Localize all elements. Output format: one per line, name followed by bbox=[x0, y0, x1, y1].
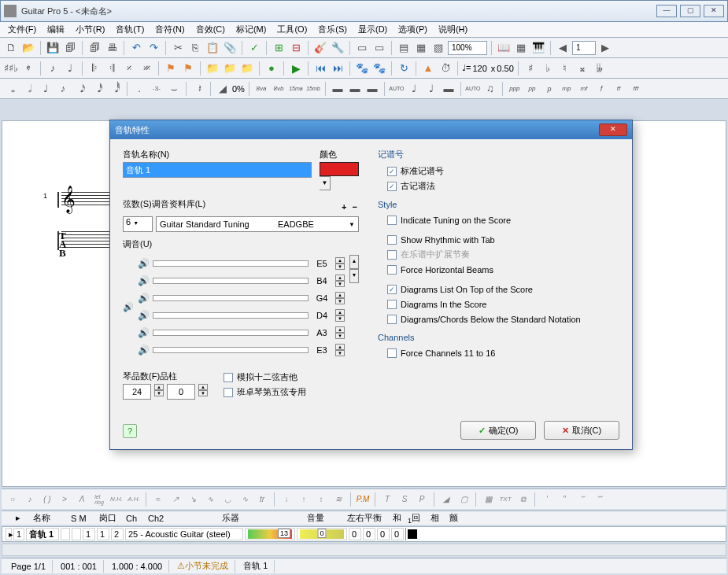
fx11-icon[interactable]: ∿ bbox=[237, 492, 253, 507]
paw1-icon[interactable]: 🐾 bbox=[354, 61, 370, 76]
note-spinner[interactable]: ▲▼ bbox=[335, 275, 345, 287]
p-icon[interactable]: p bbox=[541, 81, 557, 97]
tablature-checkbox[interactable]: ✓ bbox=[387, 182, 397, 191]
8va-icon[interactable]: 8va bbox=[253, 81, 269, 97]
string-slider[interactable] bbox=[153, 347, 309, 353]
paw2-icon[interactable]: 🐾 bbox=[371, 61, 387, 76]
fx10-icon[interactable]: ◡ bbox=[220, 492, 235, 507]
track-name-input[interactable] bbox=[123, 162, 312, 178]
diagrams-inscore-checkbox[interactable] bbox=[387, 300, 397, 309]
solo-cell[interactable] bbox=[61, 528, 70, 540]
standard-notation-checkbox[interactable]: ✓ bbox=[387, 167, 397, 176]
fx17-icon[interactable]: ◢ bbox=[438, 492, 454, 507]
pp-icon[interactable]: pp bbox=[524, 81, 540, 97]
sharp-flat-icon[interactable]: ♯♯♭ bbox=[3, 61, 19, 76]
flag2-icon[interactable]: ⚑ bbox=[180, 61, 196, 76]
fx1-icon[interactable]: ○ bbox=[5, 492, 20, 507]
fade-icon[interactable]: ◢ bbox=[215, 81, 231, 97]
force-horizontal-checkbox[interactable] bbox=[387, 265, 397, 275]
minimize-button[interactable]: — bbox=[656, 5, 677, 17]
stem1-icon[interactable]: ♩ bbox=[406, 81, 422, 97]
del-bar-icon[interactable]: ⊟ bbox=[288, 40, 304, 56]
track-name-cell[interactable]: 音轨 1 bbox=[26, 528, 59, 540]
note-spinner[interactable]: ▲▼ bbox=[335, 309, 345, 322]
quarter-note-icon[interactable]: ♩ bbox=[38, 81, 54, 97]
undo-icon[interactable]: ↶ bbox=[128, 40, 144, 56]
fx2-icon[interactable]: ♪ bbox=[22, 492, 38, 507]
note1-icon[interactable]: ♪ bbox=[45, 61, 61, 76]
mf-icon[interactable]: mf bbox=[576, 81, 592, 97]
txt-icon[interactable]: TXT bbox=[497, 492, 513, 507]
string-slider[interactable] bbox=[153, 330, 309, 336]
banjo-checkbox[interactable] bbox=[224, 388, 233, 397]
speaker-icon[interactable]: 🔊 bbox=[137, 345, 150, 356]
indicate-tuning-checkbox[interactable] bbox=[387, 216, 397, 225]
clip-icon[interactable]: 📎 bbox=[222, 40, 238, 56]
menu-track[interactable]: 音轨(T) bbox=[111, 22, 149, 37]
diagrams-top-checkbox[interactable]: ✓ bbox=[387, 285, 397, 294]
fff-icon[interactable]: fff bbox=[628, 81, 644, 97]
fx16-icon[interactable]: ≋ bbox=[331, 492, 346, 507]
half-note-icon[interactable]: 𝅗𝅥 bbox=[20, 81, 36, 97]
beam1-icon[interactable]: ▬ bbox=[330, 81, 346, 97]
t-icon[interactable]: T bbox=[379, 492, 395, 507]
track-row[interactable]: ▸ 1 音轨 1 1 1 2 25 - Acoustic Guitar (ste… bbox=[2, 526, 726, 542]
pha-cell[interactable]: 0 bbox=[377, 528, 390, 540]
timeline-marker[interactable] bbox=[408, 529, 417, 539]
fx15-icon[interactable]: ↕ bbox=[313, 492, 329, 507]
play-all-icon[interactable]: 🔊 bbox=[123, 302, 137, 312]
first-icon[interactable]: ⏮ bbox=[312, 61, 328, 76]
twelve-string-checkbox[interactable] bbox=[224, 373, 233, 382]
loop-icon[interactable]: ↻ bbox=[396, 61, 412, 76]
eighth-note-icon[interactable]: ♪ bbox=[55, 81, 71, 97]
repeat4-icon[interactable]: 𝄏 bbox=[139, 61, 154, 76]
whole-note-icon[interactable]: 𝅝 bbox=[3, 81, 19, 97]
menu-note[interactable]: 音符(N) bbox=[150, 22, 189, 37]
fx18-icon[interactable]: ▢ bbox=[456, 492, 471, 507]
cancel-button[interactable]: ✕取消(C) bbox=[544, 421, 619, 440]
sixteenth-note-icon[interactable]: 𝅘𝅥𝅯 bbox=[72, 81, 88, 97]
help-button[interactable]: ? bbox=[123, 424, 137, 438]
rev-cell[interactable]: 0 bbox=[349, 528, 361, 540]
repeat3-icon[interactable]: 𝄎 bbox=[121, 61, 137, 76]
countdown-icon[interactable]: ⏱ bbox=[438, 61, 453, 76]
auto1-icon[interactable]: AUTO bbox=[389, 81, 405, 97]
horizontal-scrollbar[interactable] bbox=[2, 544, 726, 556]
fx5-icon[interactable]: Λ bbox=[74, 492, 90, 507]
8vb-icon[interactable]: 8vb bbox=[271, 81, 286, 97]
p-icon[interactable]: P bbox=[414, 492, 430, 507]
acc4-icon[interactable]: 𝄪 bbox=[575, 61, 590, 76]
zoom-field[interactable] bbox=[448, 41, 487, 55]
print2-icon[interactable]: 🖶 bbox=[104, 40, 120, 56]
repeat1-icon[interactable]: 𝄆 bbox=[87, 61, 102, 76]
rec-icon[interactable]: ● bbox=[264, 61, 279, 76]
page-field[interactable] bbox=[572, 41, 596, 55]
tempo-value[interactable]: 120 bbox=[472, 64, 486, 73]
menu-music[interactable]: 音乐(S) bbox=[313, 22, 352, 37]
speaker-icon[interactable]: 🔊 bbox=[137, 275, 150, 286]
frets-spinner[interactable]: ▲▼ bbox=[154, 384, 164, 396]
fx19-icon[interactable]: ′ bbox=[539, 492, 555, 507]
f-icon[interactable]: f bbox=[593, 81, 609, 97]
beam2-icon[interactable]: ▬ bbox=[347, 81, 363, 97]
folder2-icon[interactable]: 📁 bbox=[222, 61, 238, 76]
show-rhythmic-checkbox[interactable] bbox=[387, 235, 397, 245]
menu-effect[interactable]: 音效(C) bbox=[191, 22, 230, 37]
last-icon[interactable]: ⏭ bbox=[330, 61, 346, 76]
saveas-icon[interactable]: 🗐 bbox=[62, 40, 78, 56]
track-timeline[interactable]: 1 bbox=[405, 528, 722, 540]
ppp-icon[interactable]: ppp bbox=[507, 81, 523, 97]
layout3-icon[interactable]: ▧ bbox=[431, 40, 446, 56]
menu-view[interactable]: 显示(D) bbox=[353, 22, 392, 37]
chord-icon[interactable]: ▦ bbox=[480, 492, 496, 507]
thirtysecond-note-icon[interactable]: 𝅘𝅥𝅰 bbox=[90, 81, 105, 97]
fx14-icon[interactable]: ↑ bbox=[296, 492, 312, 507]
view2-icon[interactable]: ▭ bbox=[371, 40, 387, 56]
let-ring-icon[interactable]: letring bbox=[91, 492, 107, 507]
fx22-icon[interactable]: ⁗ bbox=[591, 492, 607, 507]
mute-cell[interactable] bbox=[72, 528, 81, 540]
beam5-icon[interactable]: ♫ bbox=[482, 81, 498, 97]
check-icon[interactable]: ✓ bbox=[246, 40, 262, 56]
folder1-icon[interactable]: 📁 bbox=[205, 61, 220, 76]
dialog-titlebar[interactable]: 音轨特性 ✕ bbox=[110, 120, 632, 139]
